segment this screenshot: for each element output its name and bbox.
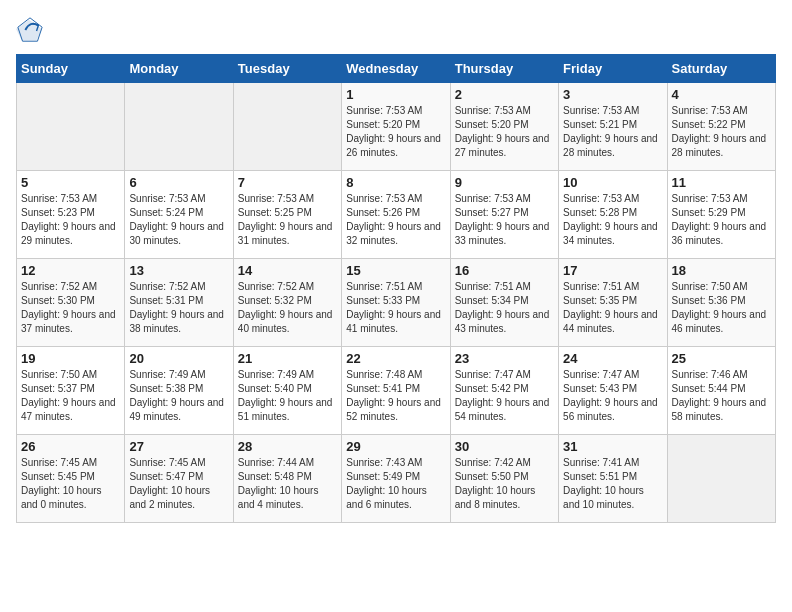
day-info: Sunrise: 7:49 AM Sunset: 5:40 PM Dayligh… <box>238 368 337 424</box>
day-cell: 10Sunrise: 7:53 AM Sunset: 5:28 PM Dayli… <box>559 171 667 259</box>
day-number: 10 <box>563 175 662 190</box>
header-tuesday: Tuesday <box>233 55 341 83</box>
day-info: Sunrise: 7:53 AM Sunset: 5:27 PM Dayligh… <box>455 192 554 248</box>
day-info: Sunrise: 7:52 AM Sunset: 5:32 PM Dayligh… <box>238 280 337 336</box>
day-info: Sunrise: 7:52 AM Sunset: 5:31 PM Dayligh… <box>129 280 228 336</box>
day-cell: 8Sunrise: 7:53 AM Sunset: 5:26 PM Daylig… <box>342 171 450 259</box>
day-number: 11 <box>672 175 771 190</box>
day-cell: 7Sunrise: 7:53 AM Sunset: 5:25 PM Daylig… <box>233 171 341 259</box>
header-saturday: Saturday <box>667 55 775 83</box>
day-info: Sunrise: 7:43 AM Sunset: 5:49 PM Dayligh… <box>346 456 445 512</box>
day-cell: 17Sunrise: 7:51 AM Sunset: 5:35 PM Dayli… <box>559 259 667 347</box>
day-cell: 18Sunrise: 7:50 AM Sunset: 5:36 PM Dayli… <box>667 259 775 347</box>
day-number: 25 <box>672 351 771 366</box>
header-row: SundayMondayTuesdayWednesdayThursdayFrid… <box>17 55 776 83</box>
day-cell: 22Sunrise: 7:48 AM Sunset: 5:41 PM Dayli… <box>342 347 450 435</box>
day-info: Sunrise: 7:41 AM Sunset: 5:51 PM Dayligh… <box>563 456 662 512</box>
svg-marker-0 <box>16 20 42 41</box>
day-info: Sunrise: 7:51 AM Sunset: 5:33 PM Dayligh… <box>346 280 445 336</box>
day-number: 12 <box>21 263 120 278</box>
day-cell: 16Sunrise: 7:51 AM Sunset: 5:34 PM Dayli… <box>450 259 558 347</box>
day-number: 28 <box>238 439 337 454</box>
day-cell: 24Sunrise: 7:47 AM Sunset: 5:43 PM Dayli… <box>559 347 667 435</box>
day-number: 15 <box>346 263 445 278</box>
day-number: 13 <box>129 263 228 278</box>
page-header <box>16 16 776 44</box>
day-info: Sunrise: 7:53 AM Sunset: 5:28 PM Dayligh… <box>563 192 662 248</box>
day-number: 4 <box>672 87 771 102</box>
day-cell: 26Sunrise: 7:45 AM Sunset: 5:45 PM Dayli… <box>17 435 125 523</box>
day-info: Sunrise: 7:49 AM Sunset: 5:38 PM Dayligh… <box>129 368 228 424</box>
day-number: 27 <box>129 439 228 454</box>
calendar-table: SundayMondayTuesdayWednesdayThursdayFrid… <box>16 54 776 523</box>
day-number: 26 <box>21 439 120 454</box>
day-info: Sunrise: 7:52 AM Sunset: 5:30 PM Dayligh… <box>21 280 120 336</box>
day-cell: 23Sunrise: 7:47 AM Sunset: 5:42 PM Dayli… <box>450 347 558 435</box>
day-number: 23 <box>455 351 554 366</box>
day-info: Sunrise: 7:42 AM Sunset: 5:50 PM Dayligh… <box>455 456 554 512</box>
day-info: Sunrise: 7:45 AM Sunset: 5:47 PM Dayligh… <box>129 456 228 512</box>
day-number: 18 <box>672 263 771 278</box>
week-row-1: 1Sunrise: 7:53 AM Sunset: 5:20 PM Daylig… <box>17 83 776 171</box>
header-monday: Monday <box>125 55 233 83</box>
day-number: 9 <box>455 175 554 190</box>
day-info: Sunrise: 7:53 AM Sunset: 5:23 PM Dayligh… <box>21 192 120 248</box>
day-cell: 3Sunrise: 7:53 AM Sunset: 5:21 PM Daylig… <box>559 83 667 171</box>
day-info: Sunrise: 7:47 AM Sunset: 5:43 PM Dayligh… <box>563 368 662 424</box>
day-number: 2 <box>455 87 554 102</box>
day-cell: 4Sunrise: 7:53 AM Sunset: 5:22 PM Daylig… <box>667 83 775 171</box>
header-thursday: Thursday <box>450 55 558 83</box>
day-cell: 30Sunrise: 7:42 AM Sunset: 5:50 PM Dayli… <box>450 435 558 523</box>
day-number: 8 <box>346 175 445 190</box>
logo <box>16 16 46 44</box>
week-row-4: 19Sunrise: 7:50 AM Sunset: 5:37 PM Dayli… <box>17 347 776 435</box>
day-cell: 14Sunrise: 7:52 AM Sunset: 5:32 PM Dayli… <box>233 259 341 347</box>
day-number: 16 <box>455 263 554 278</box>
day-number: 7 <box>238 175 337 190</box>
day-info: Sunrise: 7:53 AM Sunset: 5:21 PM Dayligh… <box>563 104 662 160</box>
day-info: Sunrise: 7:53 AM Sunset: 5:20 PM Dayligh… <box>455 104 554 160</box>
day-number: 21 <box>238 351 337 366</box>
day-cell: 13Sunrise: 7:52 AM Sunset: 5:31 PM Dayli… <box>125 259 233 347</box>
day-info: Sunrise: 7:50 AM Sunset: 5:37 PM Dayligh… <box>21 368 120 424</box>
day-number: 3 <box>563 87 662 102</box>
day-info: Sunrise: 7:48 AM Sunset: 5:41 PM Dayligh… <box>346 368 445 424</box>
day-cell <box>233 83 341 171</box>
day-cell: 5Sunrise: 7:53 AM Sunset: 5:23 PM Daylig… <box>17 171 125 259</box>
day-info: Sunrise: 7:53 AM Sunset: 5:26 PM Dayligh… <box>346 192 445 248</box>
day-number: 14 <box>238 263 337 278</box>
day-number: 22 <box>346 351 445 366</box>
day-info: Sunrise: 7:53 AM Sunset: 5:22 PM Dayligh… <box>672 104 771 160</box>
day-number: 30 <box>455 439 554 454</box>
day-cell <box>667 435 775 523</box>
day-info: Sunrise: 7:46 AM Sunset: 5:44 PM Dayligh… <box>672 368 771 424</box>
day-cell: 11Sunrise: 7:53 AM Sunset: 5:29 PM Dayli… <box>667 171 775 259</box>
day-cell: 6Sunrise: 7:53 AM Sunset: 5:24 PM Daylig… <box>125 171 233 259</box>
header-sunday: Sunday <box>17 55 125 83</box>
day-number: 17 <box>563 263 662 278</box>
day-info: Sunrise: 7:44 AM Sunset: 5:48 PM Dayligh… <box>238 456 337 512</box>
day-number: 1 <box>346 87 445 102</box>
day-cell: 31Sunrise: 7:41 AM Sunset: 5:51 PM Dayli… <box>559 435 667 523</box>
logo-icon <box>16 16 44 44</box>
day-info: Sunrise: 7:51 AM Sunset: 5:34 PM Dayligh… <box>455 280 554 336</box>
day-cell: 1Sunrise: 7:53 AM Sunset: 5:20 PM Daylig… <box>342 83 450 171</box>
day-cell <box>125 83 233 171</box>
day-info: Sunrise: 7:50 AM Sunset: 5:36 PM Dayligh… <box>672 280 771 336</box>
week-row-2: 5Sunrise: 7:53 AM Sunset: 5:23 PM Daylig… <box>17 171 776 259</box>
day-number: 31 <box>563 439 662 454</box>
day-info: Sunrise: 7:47 AM Sunset: 5:42 PM Dayligh… <box>455 368 554 424</box>
day-cell: 28Sunrise: 7:44 AM Sunset: 5:48 PM Dayli… <box>233 435 341 523</box>
header-wednesday: Wednesday <box>342 55 450 83</box>
day-number: 29 <box>346 439 445 454</box>
day-cell: 21Sunrise: 7:49 AM Sunset: 5:40 PM Dayli… <box>233 347 341 435</box>
day-info: Sunrise: 7:53 AM Sunset: 5:29 PM Dayligh… <box>672 192 771 248</box>
header-friday: Friday <box>559 55 667 83</box>
day-cell <box>17 83 125 171</box>
day-number: 24 <box>563 351 662 366</box>
day-number: 20 <box>129 351 228 366</box>
day-info: Sunrise: 7:53 AM Sunset: 5:24 PM Dayligh… <box>129 192 228 248</box>
day-number: 6 <box>129 175 228 190</box>
day-cell: 2Sunrise: 7:53 AM Sunset: 5:20 PM Daylig… <box>450 83 558 171</box>
day-info: Sunrise: 7:45 AM Sunset: 5:45 PM Dayligh… <box>21 456 120 512</box>
